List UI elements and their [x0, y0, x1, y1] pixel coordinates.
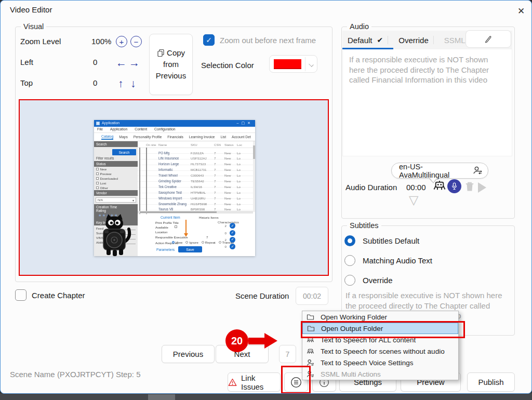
mini-table-row: Tek Creative ILSW16 7 New Lo — [138, 182, 253, 188]
mini-table-row: Saxophone Test HTPMBAL 7 New Lo — [138, 188, 253, 193]
close-icon[interactable]: ✕ — [513, 3, 529, 19]
cat-mascot — [97, 214, 135, 256]
publish-button[interactable]: Publish — [467, 372, 515, 392]
mini-check-circle-icon: ✓ — [230, 223, 235, 229]
mini-tab: Learning Invoice — [189, 135, 215, 139]
mini-save-button: Save — [178, 246, 202, 252]
mini-table-row: Travel Wheel C000643 7 New Lo — [138, 171, 253, 177]
mini-table-row: Snowmobile Zhang HGSP5998 7 New Lo — [138, 199, 253, 205]
radio-icon — [344, 235, 355, 246]
mini-print-profile-label: Print Profile Title — [155, 221, 179, 224]
mini-tabstrip: CatalogMapsPersonality ProfileFinancials… — [94, 133, 255, 141]
video-editor-dialog: Video Editor ✕ Visual Zoom Level 100% + … — [0, 0, 532, 394]
pencil-icon — [484, 35, 493, 43]
triangle-down-icon[interactable]: ▽ — [409, 194, 418, 206]
voice-swap-icon — [473, 166, 483, 176]
taskbar-app-thumb[interactable] — [148, 394, 175, 400]
mini-titlebar: Application –▢✕ — [94, 120, 255, 127]
mini-historic-items-link: Historic Items — [199, 216, 218, 219]
mini-app-icon — [96, 122, 100, 125]
audio-duration-label: Audio Duration — [345, 183, 397, 192]
zoom-out-icon[interactable]: − — [130, 36, 142, 47]
mini-characteristic-checks: 2✓0✓2✓0✓ — [216, 222, 235, 250]
orange-arrow-icon — [184, 233, 188, 237]
mini-menu-item: File — [97, 127, 103, 132]
context-menu-item[interactable]: Text to Speech for scenes without audio — [302, 345, 458, 357]
mini-vertical-scrollbar[interactable] — [253, 141, 255, 212]
scene-preview-frame[interactable]: Application –▢✕ FileApplicationContentCo… — [19, 99, 329, 276]
audio-legend: Audio — [347, 22, 371, 31]
annotation-box-menu-item — [301, 321, 465, 338]
edit-audio-text-button[interactable] — [466, 30, 511, 48]
play-audio-icon[interactable] — [478, 182, 486, 193]
mini-tab: Personality Profile — [134, 135, 162, 139]
step-badge: 20 — [225, 329, 248, 352]
mini-table-rows: PO Mfg FJ161ZA 7 New Lo Life Insurance — [138, 148, 253, 210]
check-icon: ✔ — [377, 36, 383, 44]
zoom-in-icon[interactable]: + — [116, 36, 127, 47]
voice-selector[interactable]: en-US-AvaMultilingual — [391, 163, 488, 179]
mini-app-title: Application — [102, 121, 119, 125]
scene-name-label: Scene Name (PXOJRTPCYT) Step: 5 — [10, 370, 140, 379]
create-chapter-label: Create Chapter — [32, 291, 85, 300]
mini-responsible-label: Responsible Executive — [155, 235, 188, 239]
scene-duration-label: Scene Duration — [235, 291, 289, 300]
mini-status-options: NewPreviewDownloadedLostOther — [94, 167, 138, 190]
audio-text-area[interactable]: If a responsible executive is NOT shown … — [342, 49, 512, 156]
left-label: Left — [20, 58, 33, 66]
annotation-box-actions-button — [281, 366, 311, 394]
link-issues-label: Link Issues — [241, 374, 280, 391]
delete-audio-icon[interactable] — [464, 181, 475, 192]
scene-number-field[interactable]: 7 — [279, 345, 296, 363]
mini-table-row: Informatic MCB11731 7 New Lo — [138, 165, 253, 171]
zoom-out-before-checkbox[interactable]: ✓ — [203, 34, 215, 46]
mini-vendor-dropdown: N/A▾ — [96, 197, 136, 203]
top-value: 0 — [93, 78, 97, 87]
mini-menu-item: Application — [110, 127, 127, 132]
move-left-icon[interactable]: ← — [116, 57, 127, 68]
mini-current-item-link: Current Item — [161, 216, 180, 219]
move-down-icon[interactable]: ↓ — [130, 78, 136, 89]
subtitles-option[interactable]: Subtitles Default — [344, 235, 432, 246]
selection-color-label: Selection Color — [201, 61, 254, 70]
copy-icon — [157, 49, 165, 57]
mini-checkbox — [96, 172, 99, 175]
record-audio-button[interactable] — [447, 179, 461, 193]
mini-horizontal-scrollbar[interactable] — [138, 211, 253, 214]
mini-available-checkbox — [175, 225, 177, 228]
mini-check-circle-icon: ✓ — [230, 230, 235, 236]
mini-table-row: PO Mfg FJ161ZA 7 New Lo — [138, 148, 253, 154]
subtitles-options: Subtitles Default Matching Audio Text Ov… — [344, 235, 432, 295]
context-menu-item[interactable]: SSML Multi Actions — [302, 368, 458, 380]
copy-from-previous-button[interactable]: Copy from Previous — [149, 34, 193, 95]
previous-button[interactable]: Previous — [162, 345, 215, 363]
audio-placeholder: If a responsible executive is NOT shown … — [343, 49, 512, 90]
subtitles-option[interactable]: Override — [344, 275, 432, 286]
mini-table-row: Grinding Spider TES5642 7 New Lo — [138, 176, 253, 182]
move-right-icon[interactable]: → — [129, 57, 140, 68]
mini-filter-results: Filter results — [94, 156, 138, 160]
create-chapter-checkbox[interactable] — [15, 289, 26, 301]
mini-check-circle-icon: ✓ — [230, 244, 235, 249]
move-up-icon[interactable]: ↑ — [118, 78, 124, 89]
annotation-arrow-icon — [264, 333, 277, 349]
annotation-arrow-shaft — [248, 338, 264, 344]
audio-tab[interactable]: Override✔ — [393, 31, 439, 49]
mini-tab: Financials — [167, 135, 183, 139]
audio-tab[interactable]: Default✔ — [342, 31, 393, 49]
mini-tab: Catalog — [101, 135, 113, 140]
left-value: 0 — [93, 58, 97, 66]
context-menu-item[interactable]: Text to Speech Voice Settings — [302, 357, 458, 368]
scene-duration-field[interactable]: 00:02 — [296, 287, 328, 305]
zoom-level-value: 100% — [91, 37, 111, 46]
robot-voice-icon[interactable] — [433, 179, 446, 193]
screen: Video Editor ✕ Visual Zoom Level 100% + … — [0, 0, 532, 400]
mini-table-row: Windows Import UAB16RU 7 New Lo — [138, 193, 253, 199]
link-issues-button[interactable]: Link Issues — [228, 372, 281, 392]
radio-icon — [344, 255, 355, 266]
mini-menu-item: Configuration — [154, 127, 175, 132]
subtitles-option[interactable]: Matching Audio Text — [344, 255, 432, 266]
radio-icon — [344, 275, 355, 286]
folder-icon — [307, 313, 314, 321]
selection-color-dropdown[interactable] — [269, 55, 317, 73]
